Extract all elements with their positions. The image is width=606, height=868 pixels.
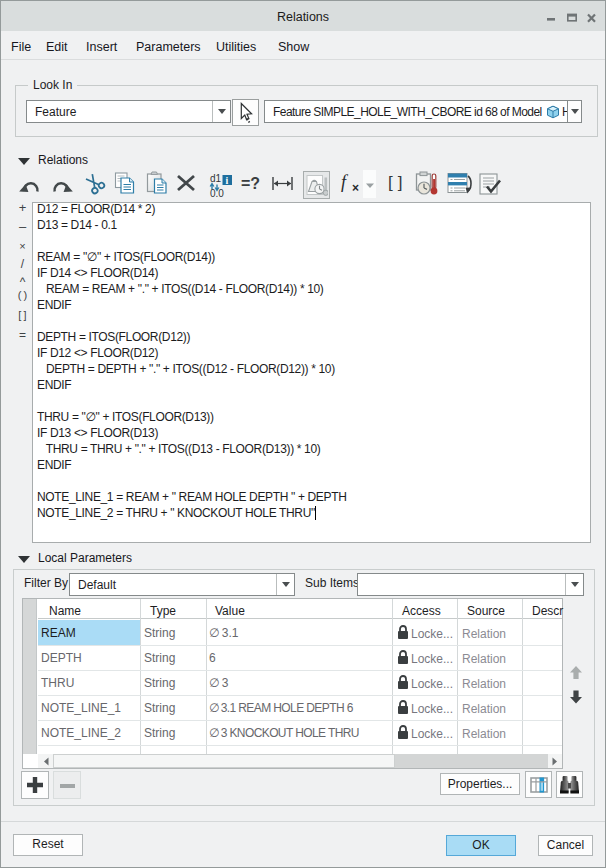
svg-text:i: i [226, 175, 229, 186]
svg-text:0.0: 0.0 [210, 188, 224, 198]
svg-text:d1: d1 [210, 173, 222, 184]
